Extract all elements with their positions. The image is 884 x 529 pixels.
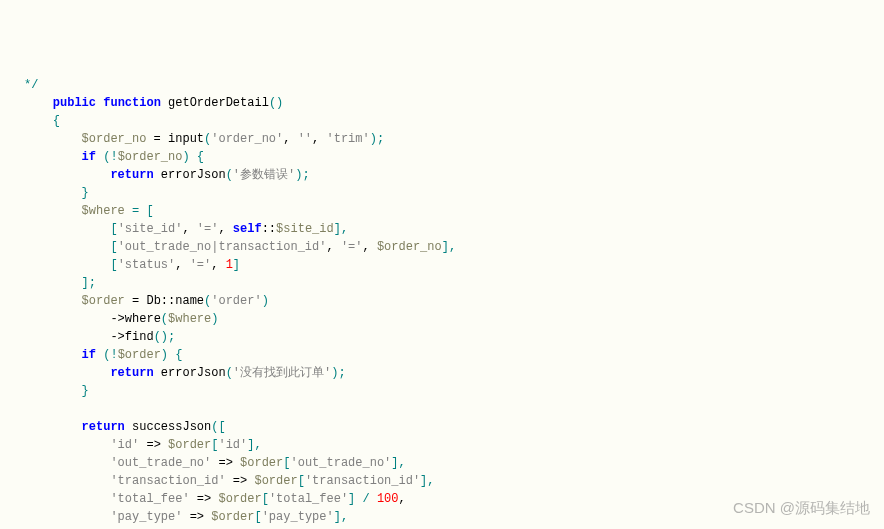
brace: { xyxy=(53,114,60,128)
bracket: ], xyxy=(334,510,348,524)
string: 'order' xyxy=(211,294,261,308)
arrow: => xyxy=(211,456,240,470)
key: 'id' xyxy=(110,438,139,452)
call: errorJson xyxy=(154,366,226,380)
keyword: self xyxy=(233,222,262,236)
bracket: [ xyxy=(110,258,117,272)
arrow: => xyxy=(182,510,211,524)
key: 'total_fee' xyxy=(110,492,189,506)
string: '=' xyxy=(341,240,363,254)
paren: (! xyxy=(96,150,118,164)
scope: :: xyxy=(262,222,276,236)
paren: ( xyxy=(226,366,233,380)
code-text: */ xyxy=(24,78,38,92)
string: 'order_no' xyxy=(211,132,283,146)
arrow: -> xyxy=(110,330,124,344)
code-text: = xyxy=(146,132,168,146)
variable: $order xyxy=(240,456,283,470)
key: 'pay_type' xyxy=(110,510,182,524)
paren: (! xyxy=(96,348,118,362)
string: '=' xyxy=(190,258,212,272)
paren: ( xyxy=(161,312,168,326)
paren: ) { xyxy=(161,348,183,362)
string: '没有找到此订单' xyxy=(233,366,331,380)
call: find xyxy=(125,330,154,344)
comma: , xyxy=(362,240,376,254)
variable: $where xyxy=(168,312,211,326)
keyword: return xyxy=(82,420,125,434)
paren: ( xyxy=(226,168,233,182)
bracket: [ xyxy=(254,510,261,524)
comma: , xyxy=(175,258,189,272)
call: errorJson xyxy=(154,168,226,182)
string: 'status' xyxy=(118,258,176,272)
brace: } xyxy=(82,186,89,200)
function-name: getOrderDetail xyxy=(168,96,269,110)
string: '参数错误' xyxy=(233,168,295,182)
bracket: ], xyxy=(420,474,434,488)
bracket: ] xyxy=(233,258,240,272)
comma: , xyxy=(312,132,326,146)
bracket: ], xyxy=(334,222,348,236)
keyword: return xyxy=(110,168,153,182)
variable: $order xyxy=(211,510,254,524)
keyword: if xyxy=(82,348,96,362)
number: 1 xyxy=(226,258,233,272)
paren: ); xyxy=(370,132,384,146)
bracket: [ xyxy=(298,474,305,488)
key: 'transaction_id' xyxy=(305,474,420,488)
key: 'pay_type' xyxy=(262,510,334,524)
arrow: => xyxy=(190,492,219,506)
variable: $where xyxy=(82,204,125,218)
paren: ); xyxy=(295,168,309,182)
bracket: ]; xyxy=(82,276,96,290)
comma: , xyxy=(211,258,225,272)
paren: ); xyxy=(331,366,345,380)
brace: } xyxy=(82,384,89,398)
keyword: if xyxy=(82,150,96,164)
variable: $order xyxy=(168,438,211,452)
keyword: function xyxy=(103,96,161,110)
bracket: ], xyxy=(391,456,405,470)
code-text: = xyxy=(125,294,147,308)
call: name xyxy=(175,294,204,308)
bracket: ] / xyxy=(348,492,377,506)
paren: (); xyxy=(154,330,176,344)
paren: ) xyxy=(262,294,269,308)
code-block: */ public function getOrderDetail() { $o… xyxy=(24,76,880,529)
bracket: [ xyxy=(262,492,269,506)
bracket: ], xyxy=(442,240,456,254)
comma: , xyxy=(326,240,340,254)
variable: $site_id xyxy=(276,222,334,236)
bracket: [ xyxy=(110,222,117,236)
comma: , xyxy=(283,132,297,146)
key: 'total_fee' xyxy=(269,492,348,506)
class: Db xyxy=(146,294,160,308)
key: 'out_trade_no' xyxy=(290,456,391,470)
call: input xyxy=(168,132,204,146)
variable: $order xyxy=(218,492,261,506)
bracket: ], xyxy=(247,438,261,452)
watermark-text: CSDN @源码集结地 xyxy=(733,497,870,520)
string: 'site_id' xyxy=(118,222,183,236)
keyword: public xyxy=(53,96,96,110)
number: 100 xyxy=(377,492,399,506)
variable: $order xyxy=(82,294,125,308)
scope: :: xyxy=(161,294,175,308)
variable: $order_no xyxy=(82,132,147,146)
string: '' xyxy=(298,132,312,146)
comma: , xyxy=(399,492,406,506)
keyword: return xyxy=(110,366,153,380)
comma: , xyxy=(182,222,196,236)
paren: ([ xyxy=(211,420,225,434)
arrow: -> xyxy=(110,312,124,326)
variable: $order xyxy=(118,348,161,362)
comma: , xyxy=(218,222,232,236)
code-text: = [ xyxy=(125,204,154,218)
paren: ) { xyxy=(182,150,204,164)
call: successJson xyxy=(125,420,211,434)
arrow: => xyxy=(139,438,168,452)
string: 'out_trade_no|transaction_id' xyxy=(118,240,327,254)
key: 'id' xyxy=(218,438,247,452)
key: 'transaction_id' xyxy=(110,474,225,488)
